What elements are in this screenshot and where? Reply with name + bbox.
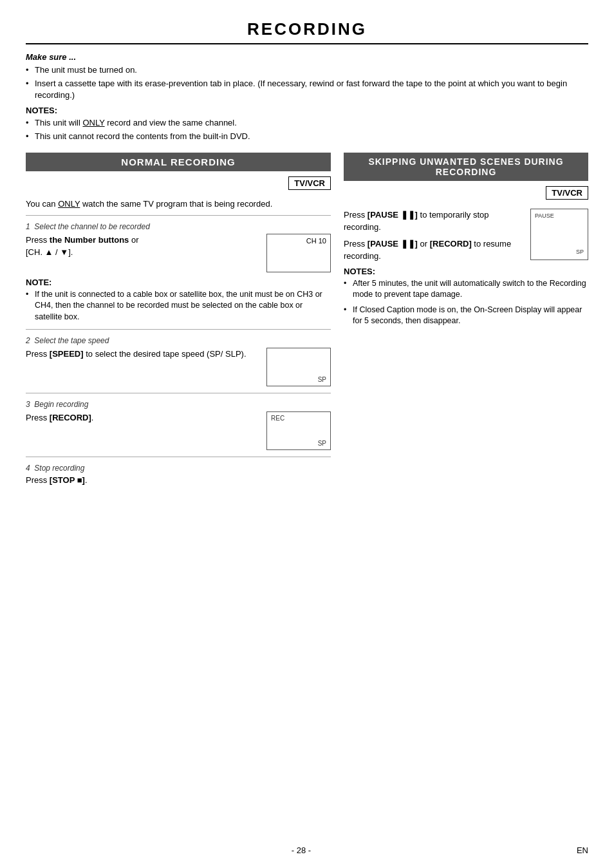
make-sure-label: Make sure ... <box>26 52 588 62</box>
intro-bullet-1: The unit must be turned on. <box>26 64 588 76</box>
step-1-display-top: CH 10 <box>271 237 326 245</box>
intro-section: Make sure ... The unit must be turned on… <box>26 52 588 142</box>
step-4-header: 4 Stop recording <box>26 464 331 473</box>
step-1-display: CH 10 <box>266 234 331 272</box>
intro-bullets: The unit must be turned on. Insert a cas… <box>26 64 588 102</box>
skipping-display-box: PAUSE SP <box>530 209 588 260</box>
skipping-notes: NOTES: After 5 minutes, the unit will au… <box>344 267 588 327</box>
step-3-label: Begin recording <box>34 400 88 409</box>
step-4-divider <box>26 457 331 457</box>
skipping-column: SKIPPING UNWANTED SCENES DURING RECORDIN… <box>344 153 588 331</box>
step-1-num: 1 <box>26 222 30 231</box>
intro-note-1: This unit will ONLY record and view the … <box>26 117 588 129</box>
page-number: - 28 - <box>292 845 311 855</box>
step-3-display: REC SP <box>266 411 331 450</box>
skipping-tvcr-row: TV/VCR <box>344 186 588 205</box>
skipping-notes-label: NOTES: <box>344 267 588 276</box>
skipping-note-2: If Closed Caption mode is on, the On-Scr… <box>344 305 588 327</box>
skipping-tvcr-badge: TV/VCR <box>546 186 588 200</box>
step-2-header: 2 Select the tape speed <box>26 336 331 345</box>
tvcr-badge-row: TV/VCR <box>26 176 331 195</box>
step-1-note: NOTE: If the unit is connected to a cabl… <box>26 278 331 323</box>
footer: - 28 - EN <box>0 845 614 855</box>
step-2-text: Press [SPEED] to select the desired tape… <box>26 348 260 361</box>
step-2-row: Press [SPEED] to select the desired tape… <box>26 348 331 386</box>
normal-recording-column: NORMAL RECORDING TV/VCR You can ONLY wat… <box>26 153 331 486</box>
step-1-row: Press the Number buttons or[CH. ▲ / ▼]. … <box>26 234 331 272</box>
step-1-text: Press the Number buttons or[CH. ▲ / ▼]. <box>26 234 260 259</box>
step-1-label: Select the channel to be recorded <box>34 222 149 231</box>
skipping-note-1: After 5 minutes, the unit will automatic… <box>344 278 588 301</box>
step-3-text: Press [RECORD]. <box>26 411 260 424</box>
intro-bullet-2: Insert a cassette tape with its erase-pr… <box>26 78 588 101</box>
intro-notes-label: NOTES: <box>26 106 588 115</box>
skipping-notes-list: After 5 minutes, the unit will automatic… <box>344 278 588 327</box>
step-1-header: 1 Select the channel to be recorded <box>26 222 331 231</box>
step-3-display-bottom: SP <box>318 440 326 447</box>
step-3-header: 3 Begin recording <box>26 400 331 409</box>
skipping-display-top: PAUSE <box>535 212 584 221</box>
step-3-divider <box>26 393 331 393</box>
step-4-label: Stop recording <box>34 464 84 473</box>
step-2-display: SP <box>266 348 331 386</box>
step-2-divider <box>26 329 331 330</box>
step-3-display-top: REC <box>271 415 326 422</box>
skipping-header: SKIPPING UNWANTED SCENES DURING RECORDIN… <box>344 153 588 181</box>
intro-note-2: This unit cannot record the contents fro… <box>26 131 588 142</box>
tvcr-badge: TV/VCR <box>288 176 331 190</box>
step-2-label: Select the tape speed <box>34 336 109 345</box>
two-column-layout: NORMAL RECORDING TV/VCR You can ONLY wat… <box>26 153 588 486</box>
you-can-text: You can ONLY watch the same TV program t… <box>26 199 331 209</box>
note-bullets: If the unit is connected to a cable box … <box>26 289 331 323</box>
step-2-display-bottom: SP <box>318 376 326 383</box>
skipping-content: PAUSE SP Press [PAUSE ❚❚] to temporarily… <box>344 209 588 267</box>
title-divider <box>26 43 588 44</box>
step-1-divider <box>26 215 331 216</box>
note-bullet-1: If the unit is connected to a cable box … <box>26 289 331 323</box>
lang-label: EN <box>577 845 588 855</box>
step-4-text: Press [STOP ■]. <box>26 475 331 485</box>
note-label: NOTE: <box>26 278 331 287</box>
skipping-display-bottom: SP <box>576 248 584 257</box>
normal-recording-header: NORMAL RECORDING <box>26 153 331 171</box>
page-title: RECORDING <box>26 19 588 39</box>
step-3-row: Press [RECORD]. REC SP <box>26 411 331 450</box>
intro-notes-bullets: This unit will ONLY record and view the … <box>26 117 588 142</box>
